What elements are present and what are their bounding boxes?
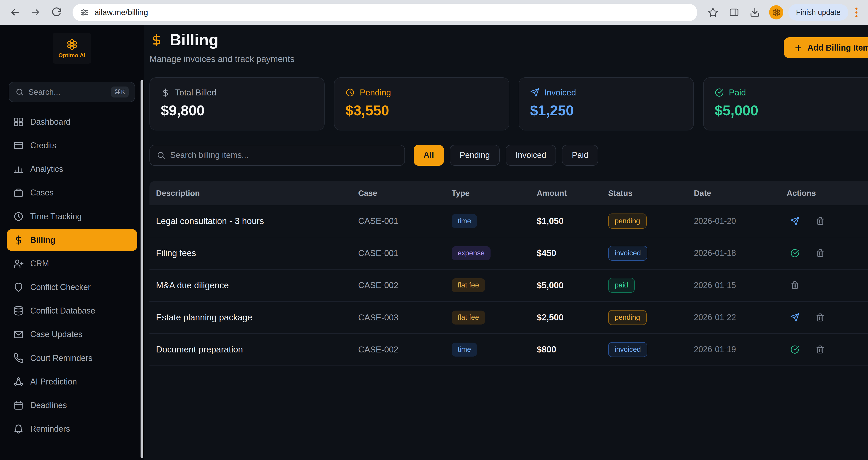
stat-label: Paid [729,88,746,97]
column-header-status: Status [608,189,694,198]
sidebar-item-cases[interactable]: Cases [7,182,137,204]
stat-card-total-billed: Total Billed$9,800 [150,78,325,131]
sidebar-item-billing[interactable]: Billing [7,229,137,251]
sidebar-nav: DashboardCreditsAnalyticsCasesTime Track… [0,111,144,440]
sidebar-item-label: Cases [30,188,54,197]
row-actions [787,341,868,358]
row-status-cell: pending [608,214,694,228]
delete-button[interactable] [812,309,828,326]
filter-row: AllPendingInvoicedPaid [150,145,868,166]
sidebar-item-label: Case Updates [30,330,83,339]
sidebar-item-reminders[interactable]: Reminders [7,418,137,440]
stat-card-pending: Pending$3,550 [334,78,509,131]
search-icon [16,88,24,96]
browser-chrome: ailaw.me/billing Finish update [0,0,868,25]
sidebar-item-analytics[interactable]: Analytics [7,158,137,180]
column-header-case: Case [358,189,452,198]
row-type-cell: time [452,214,537,228]
dollar-icon [150,33,164,47]
sidebar-item-conflict-database[interactable]: Conflict Database [7,300,137,322]
table-row: Legal consultation - 3 hoursCASE-001time… [150,205,868,237]
column-header-description: Description [156,189,358,198]
column-header-amount: Amount [537,189,608,198]
send-invoice-button[interactable] [787,309,803,326]
mark-paid-button[interactable] [787,341,803,358]
type-badge: time [452,214,477,228]
calendar-icon [13,400,24,410]
clock-icon [13,211,24,222]
row-case: CASE-002 [358,345,452,355]
status-badge: pending [608,214,647,228]
sidebar-item-time-tracking[interactable]: Time Tracking [7,206,137,227]
status-badge: invoiced [608,342,647,357]
row-type-cell: expense [452,246,537,260]
forward-button[interactable] [26,3,45,22]
delete-button[interactable] [812,245,828,262]
delete-button[interactable] [812,341,828,358]
filter-button-pending[interactable]: Pending [450,145,500,166]
row-actions [787,245,868,262]
sidebar-item-court-reminders[interactable]: Court Reminders [7,347,137,369]
filter-button-invoiced[interactable]: Invoiced [506,145,556,166]
billing-search-input[interactable] [170,150,398,160]
sidebar-item-label: Time Tracking [30,212,82,221]
grid-icon [13,117,24,127]
trash-icon [815,313,825,322]
sidebar-item-deadlines[interactable]: Deadlines [7,394,137,416]
app-logo[interactable]: Optimo AI [53,33,91,64]
side-panel-button[interactable] [725,3,743,22]
sidebar-search-input[interactable] [28,87,107,97]
delete-button[interactable] [787,277,803,294]
finish-update-button[interactable]: Finish update [788,4,848,21]
sidebar-item-label: Conflict Database [30,306,95,315]
stat-card-header: Paid [715,88,867,97]
forward-arrow-icon [30,7,41,18]
sidebar-item-label: Conflict Checker [30,282,91,292]
app-shell: Optimo AI ⌘K DashboardCreditsAnalyticsCa… [0,25,868,460]
filter-button-paid[interactable]: Paid [562,145,598,166]
sidebar-item-label: Billing [30,235,55,245]
back-button[interactable] [5,3,24,22]
url-bar[interactable]: ailaw.me/billing [72,4,697,21]
flower-icon [771,7,781,18]
sidebar-item-crm[interactable]: CRM [7,253,137,275]
billing-search[interactable] [150,145,405,166]
stat-label: Invoiced [544,88,576,97]
bookmark-star-button[interactable] [704,3,722,22]
site-settings-icon[interactable] [80,8,89,17]
stat-card-paid: Paid$5,000 [703,78,868,131]
row-status-cell: paid [608,278,694,293]
sidebar-item-ai-prediction[interactable]: AI Prediction [7,371,137,393]
filter-button-all[interactable]: All [414,145,444,166]
sidebar-scrollbar[interactable] [141,80,143,458]
stat-card-invoiced: Invoiced$1,250 [519,78,694,131]
optimo-flower-icon [65,38,79,51]
status-badge: paid [608,278,635,293]
profile-avatar[interactable] [769,5,783,20]
browser-window: ailaw.me/billing Finish update Optimo AI [0,0,868,460]
send-invoice-button[interactable] [787,213,803,229]
row-date: 2026-01-20 [694,216,787,226]
add-billing-item-button[interactable]: Add Billing Item [784,37,868,58]
browser-menu-button[interactable] [850,3,863,22]
sidebar-item-dashboard[interactable]: Dashboard [7,111,137,133]
row-actions [787,309,868,326]
stat-label: Total Billed [175,88,216,97]
sidebar-item-conflict-checker[interactable]: Conflict Checker [7,276,137,298]
delete-button[interactable] [812,213,828,229]
stat-label: Pending [360,88,391,97]
row-amount: $450 [537,248,608,258]
sidebar-item-case-updates[interactable]: Case Updates [7,324,137,345]
reload-button[interactable] [47,3,66,22]
mark-paid-button[interactable] [787,245,803,262]
row-case: CASE-002 [358,280,452,290]
downloads-button[interactable] [746,3,764,22]
row-date: 2026-01-19 [694,345,787,354]
sidebar-item-credits[interactable]: Credits [7,134,137,157]
sidebar-search[interactable]: ⌘K [9,82,135,102]
ai-icon [13,376,24,387]
sidebar-item-label: Credits [30,141,56,150]
page-header: Billing Manage invoices and track paymen… [150,31,868,64]
row-date: 2026-01-18 [694,248,787,258]
keyboard-shortcut-badge: ⌘K [111,87,129,97]
